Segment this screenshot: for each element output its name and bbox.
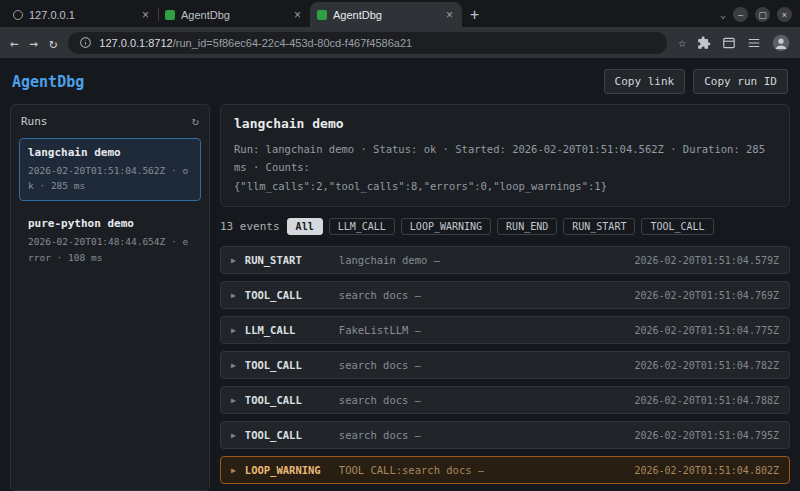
expand-caret-icon: ▶	[231, 326, 236, 335]
maximize-button[interactable]: ▢	[755, 7, 770, 22]
filter-chip-all[interactable]: All	[287, 218, 323, 235]
bookmark-star-icon[interactable]: ☆	[678, 35, 686, 50]
new-tab-button[interactable]: +	[462, 6, 487, 24]
close-button[interactable]: ×	[777, 7, 792, 22]
run-list-item[interactable]: pure-python demo2026-02-20T01:48:44.654Z…	[19, 209, 201, 272]
filter-chip-run_start[interactable]: RUN_START	[563, 218, 635, 235]
event-timestamp: 2026-02-20T01:51:04.795Z	[625, 430, 780, 441]
run-meta: 2026-02-20T01:51:04.562Z · ok · 285 ms	[28, 163, 192, 193]
tab-strip: 127.0.0.1×AgentDbg×AgentDbg× + ⌄ – ▢ ×	[0, 0, 800, 27]
event-list: ▶RUN_STARTlangchain demo —2026-02-20T01:…	[220, 246, 790, 491]
extensions-icon[interactable]	[697, 36, 711, 50]
chevron-down-icon[interactable]: ⌄	[720, 9, 726, 20]
url-host: 127.0.0.1:8712	[99, 37, 172, 49]
globe-favicon	[13, 10, 23, 20]
event-desc: search_docs —	[339, 289, 421, 301]
event-desc: search_docs —	[339, 429, 421, 441]
tab-title: 127.0.0.1	[29, 9, 134, 21]
tune-icon[interactable]	[747, 36, 761, 50]
filter-chip-tool_call[interactable]: TOOL_CALL	[641, 218, 713, 235]
event-type: TOOL_CALL	[245, 429, 335, 441]
event-desc: langchain demo —	[339, 254, 440, 266]
event-type: TOOL_CALL	[245, 394, 335, 406]
event-row[interactable]: ▶TOOL_CALLsearch_docs —2026-02-20T01:51:…	[220, 351, 790, 379]
run-summary-card: langchain demo Run: langchain demo · Sta…	[220, 104, 790, 207]
copy-link-button[interactable]: Copy link	[604, 69, 686, 94]
browser-tab[interactable]: AgentDbg×	[310, 2, 462, 27]
app-favicon	[317, 10, 327, 20]
event-timestamp: 2026-02-20T01:51:04.579Z	[625, 255, 780, 266]
event-type: LLM_CALL	[245, 324, 335, 336]
site-info-icon[interactable]	[79, 36, 92, 49]
run-meta: 2026-02-20T01:48:44.654Z · error · 108 m…	[28, 234, 192, 264]
filter-chip-llm_call[interactable]: LLM_CALL	[329, 218, 395, 235]
filter-row: 13 events AllLLM_CALLLOOP_WARNINGRUN_END…	[220, 218, 790, 235]
tab-close-icon[interactable]: ×	[292, 8, 303, 22]
event-desc: search_docs —	[339, 394, 421, 406]
address-bar[interactable]: 127.0.0.1:8712/run_id=5f86ec64-22c4-453d…	[68, 32, 667, 54]
browser-tab[interactable]: 127.0.0.1×	[6, 2, 158, 27]
event-timestamp: 2026-02-20T01:51:04.782Z	[625, 360, 780, 371]
copy-run-id-button[interactable]: Copy run ID	[693, 69, 788, 94]
browser-toolbar: ← → ↻ 127.0.0.1:8712/run_id=5f86ec64-22c…	[0, 27, 800, 58]
refresh-icon[interactable]: ↻	[192, 114, 199, 128]
reload-icon[interactable]: ↻	[49, 36, 57, 50]
event-desc: FakeListLLM —	[339, 324, 421, 336]
minimize-button[interactable]: –	[733, 7, 748, 22]
event-type: TOOL_CALL	[245, 289, 335, 301]
page-title: AgentDbg	[12, 73, 84, 91]
event-type: LOOP_WARNING	[245, 464, 335, 476]
tab-title: AgentDbg	[181, 9, 286, 21]
event-row[interactable]: ▶LLM_CALLFakeListLLM —2026-02-20T01:51:0…	[220, 316, 790, 344]
run-list-item[interactable]: langchain demo2026-02-20T01:51:04.562Z ·…	[19, 138, 201, 201]
event-timestamp: 2026-02-20T01:51:04.802Z	[625, 465, 780, 476]
run-name: pure-python demo	[28, 217, 192, 230]
event-timestamp: 2026-02-20T01:51:04.775Z	[625, 325, 780, 336]
expand-caret-icon: ▶	[231, 466, 236, 475]
run-meta-line2: {"llm_calls":2,"tool_calls":8,"errors":0…	[234, 177, 776, 195]
expand-caret-icon: ▶	[231, 291, 236, 300]
reading-list-icon[interactable]	[722, 36, 736, 50]
browser-tab[interactable]: AgentDbg×	[158, 2, 310, 27]
event-row[interactable]: ▶TOOL_CALLsearch_docs —2026-02-20T01:51:…	[220, 386, 790, 414]
run-title: langchain demo	[234, 116, 776, 131]
tab-title: AgentDbg	[333, 9, 438, 21]
avatar[interactable]	[772, 34, 790, 52]
forward-icon[interactable]: →	[29, 36, 37, 50]
expand-caret-icon: ▶	[231, 361, 236, 370]
event-row[interactable]: ▶LOOP_WARNINGTOOL_CALL:search_docs —2026…	[220, 456, 790, 484]
url-path: /run_id=5f86ec64-22c4-453d-80cd-f467f458…	[173, 37, 412, 49]
tab-close-icon[interactable]: ×	[444, 8, 455, 22]
filter-chip-loop_warning[interactable]: LOOP_WARNING	[401, 218, 491, 235]
event-desc: search_docs —	[339, 359, 421, 371]
app-favicon	[165, 10, 175, 20]
main-panel: langchain demo Run: langchain demo · Sta…	[220, 104, 790, 491]
tab-close-icon[interactable]: ×	[140, 8, 151, 22]
run-meta-line1: Run: langchain demo · Status: ok · Start…	[234, 140, 776, 177]
event-type: RUN_START	[245, 254, 335, 266]
expand-caret-icon: ▶	[231, 396, 236, 405]
event-row[interactable]: ▶TOOL_CALLsearch_docs —2026-02-20T01:51:…	[220, 281, 790, 309]
event-timestamp: 2026-02-20T01:51:04.769Z	[625, 290, 780, 301]
runs-panel-title: Runs	[21, 115, 48, 128]
event-row[interactable]: ▶RUN_STARTlangchain demo —2026-02-20T01:…	[220, 246, 790, 274]
back-icon[interactable]: ←	[10, 36, 18, 50]
page-header: AgentDbg Copy link Copy run ID	[0, 58, 800, 99]
expand-caret-icon: ▶	[231, 256, 236, 265]
event-type: TOOL_CALL	[245, 359, 335, 371]
event-desc: TOOL_CALL:search_docs —	[339, 464, 484, 476]
agentdbg-page: AgentDbg Copy link Copy run ID Runs ↻ la…	[0, 58, 800, 491]
filter-chip-run_end[interactable]: RUN_END	[497, 218, 557, 235]
runs-sidebar: Runs ↻ langchain demo2026-02-20T01:51:04…	[10, 104, 210, 491]
event-count: 13 events	[220, 220, 280, 233]
event-row[interactable]: ▶TOOL_CALLsearch_docs —2026-02-20T01:51:…	[220, 421, 790, 449]
expand-caret-icon: ▶	[231, 431, 236, 440]
event-timestamp: 2026-02-20T01:51:04.788Z	[625, 395, 780, 406]
run-name: langchain demo	[28, 146, 192, 159]
